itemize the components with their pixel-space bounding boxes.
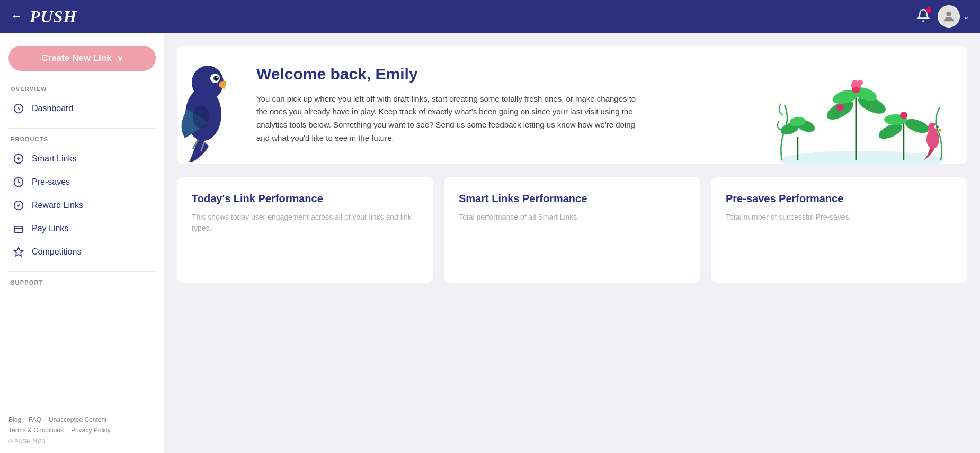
pre-saves-icon: [13, 176, 24, 188]
back-button[interactable]: ←: [11, 10, 22, 23]
today-link-performance-card: Today's Link Performance This shows toda…: [177, 177, 433, 283]
copyright: © PUSH 2023: [8, 438, 156, 445]
today-link-performance-desc: This shows today user engagement across …: [192, 212, 418, 234]
welcome-title: Welcome back, Emily: [256, 65, 638, 83]
welcome-text-block: Welcome back, Emily You can pick up wher…: [256, 65, 638, 145]
footer-blog-link[interactable]: Blog: [8, 416, 21, 423]
pre-saves-performance-title: Pre-saves Performance: [726, 192, 952, 205]
pay-links-label: Pay Links: [32, 224, 68, 233]
pay-links-icon: [13, 223, 24, 234]
create-new-link-label: Create New Link: [41, 53, 111, 64]
sidebar-item-dashboard[interactable]: Dashboard: [8, 97, 156, 120]
notification-badge: [926, 7, 931, 13]
pre-saves-performance-card: Pre-saves Performance Total number of su…: [711, 177, 967, 283]
layout: Create New Link ∨ OVERVIEW Dashboard PRO…: [0, 33, 980, 453]
footer-terms-link[interactable]: Terms & Conditions: [8, 427, 64, 434]
svg-rect-5: [15, 226, 23, 233]
smart-links-performance-title: Smart Links Performance: [459, 192, 685, 205]
footer-faq-link[interactable]: FAQ: [29, 416, 41, 423]
svg-point-15: [779, 151, 943, 164]
sidebar-item-competitions[interactable]: Competitions: [8, 241, 156, 263]
smart-links-icon: [13, 153, 24, 165]
pre-saves-performance-desc: Total number of successful Pre-saves.: [726, 212, 952, 223]
dashboard-label: Dashboard: [32, 104, 73, 113]
parrot-illustration: [177, 46, 235, 157]
sidebar: Create New Link ∨ OVERVIEW Dashboard PRO…: [0, 33, 164, 453]
pre-saves-label: Pre-saves: [32, 177, 70, 187]
competitions-icon: [13, 246, 24, 258]
create-new-link-button[interactable]: Create New Link ∨: [8, 46, 156, 71]
chevron-down-icon: ⌄: [963, 12, 969, 21]
support-section-label: SUPPORT: [11, 279, 156, 286]
footer-links: Blog FAQ Unaccepted Content Terms & Cond…: [8, 416, 156, 434]
sidebar-footer: Blog FAQ Unaccepted Content Terms & Cond…: [8, 416, 156, 445]
smart-links-performance-desc: Total performance of all Smart Links.: [459, 212, 685, 223]
reward-links-label: Reward Links: [32, 201, 83, 210]
products-section-label: PRODUCTS: [11, 136, 156, 142]
footer-unaccepted-link[interactable]: Unaccepted Content: [49, 416, 106, 423]
footer-privacy-link[interactable]: Privacy Policy: [71, 427, 111, 434]
smart-links-label: Smart Links: [32, 154, 76, 164]
svg-point-35: [900, 112, 907, 119]
user-menu[interactable]: ⌄: [938, 5, 969, 28]
create-btn-chevron-icon: ∨: [117, 53, 123, 63]
notifications-button[interactable]: [916, 8, 930, 24]
sidebar-divider-1: [8, 128, 156, 129]
dashboard-icon: [13, 103, 24, 114]
sidebar-item-pay-links[interactable]: Pay Links: [8, 218, 156, 240]
svg-point-29: [858, 80, 863, 85]
main-content: Welcome back, Emily You can pick up wher…: [164, 33, 980, 453]
card-grid: Today's Link Performance This shows toda…: [177, 177, 967, 283]
svg-point-28: [852, 80, 858, 85]
sidebar-item-pre-saves[interactable]: Pre-saves: [8, 171, 156, 193]
parrot-svg: [177, 46, 235, 162]
welcome-card: Welcome back, Emily You can pick up wher…: [177, 46, 967, 164]
svg-point-11: [217, 77, 218, 78]
avatar-icon: [941, 9, 956, 24]
svg-point-30: [836, 104, 844, 111]
avatar: [938, 5, 960, 28]
topnav-right: ⌄: [916, 5, 969, 28]
svg-point-0: [946, 12, 951, 16]
logo: PUSH: [30, 7, 77, 26]
welcome-body: You can pick up where you left off with …: [256, 93, 638, 145]
topnav: ← PUSH ⌄: [0, 0, 980, 33]
sidebar-item-reward-links[interactable]: Reward Links: [8, 194, 156, 216]
plants-illustration: [777, 62, 946, 147]
sidebar-divider-2: [8, 271, 156, 272]
plants-svg: [777, 62, 946, 164]
smart-links-performance-card: Smart Links Performance Total performanc…: [444, 177, 700, 283]
competitions-label: Competitions: [32, 247, 81, 257]
svg-point-7: [192, 66, 224, 99]
reward-links-icon: [13, 200, 24, 211]
svg-point-14: [193, 105, 209, 129]
today-link-performance-title: Today's Link Performance: [192, 192, 418, 205]
overview-section-label: OVERVIEW: [11, 86, 156, 92]
sidebar-item-smart-links[interactable]: Smart Links: [8, 148, 156, 170]
